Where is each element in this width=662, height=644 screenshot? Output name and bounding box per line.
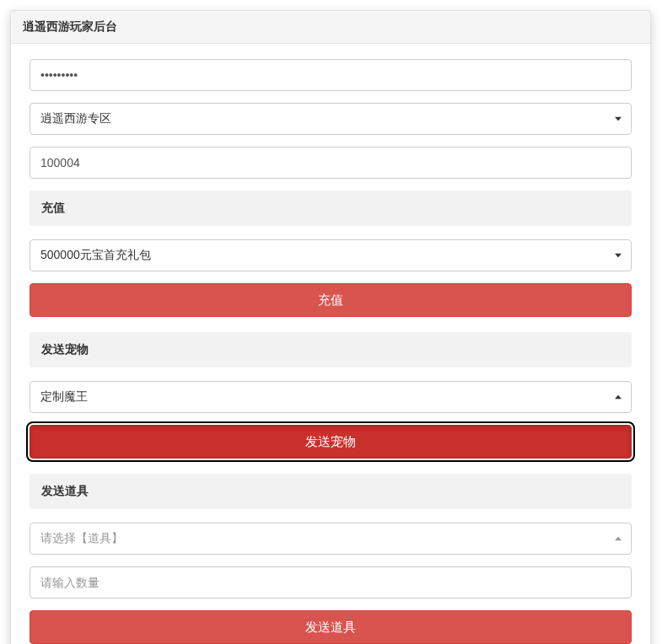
item-select-wrap: 请选择【道具】	[30, 523, 632, 555]
zone-select-label: 逍遥西游专区	[40, 111, 111, 126]
recharge-button[interactable]: 充值	[30, 283, 632, 317]
panel-title: 逍遥西游玩家后台	[11, 11, 650, 44]
zone-select[interactable]: 逍遥西游专区	[30, 103, 632, 135]
recharge-select-wrap: 500000元宝首充礼包	[30, 239, 632, 271]
password-field-wrap	[30, 59, 632, 91]
send-item-section-header: 发送道具	[30, 474, 632, 509]
player-id-input[interactable]	[30, 147, 632, 179]
quantity-input[interactable]	[30, 566, 632, 598]
pet-select-wrap: 定制魔王	[30, 381, 632, 413]
recharge-package-label: 500000元宝首充礼包	[40, 248, 151, 263]
item-select[interactable]: 请选择【道具】	[30, 523, 632, 555]
admin-panel: 逍遥西游玩家后台 逍遥西游专区 充值 500000元宝首充礼包	[10, 10, 651, 644]
panel-body: 逍遥西游专区 充值 500000元宝首充礼包 充值 发送宠物	[11, 44, 650, 644]
pet-select[interactable]: 定制魔王	[30, 381, 632, 413]
send-pet-button[interactable]: 发送宠物	[30, 425, 632, 459]
recharge-package-select[interactable]: 500000元宝首充礼包	[30, 239, 632, 271]
item-select-placeholder: 请选择【道具】	[40, 531, 123, 546]
pet-select-label: 定制魔王	[40, 389, 88, 405]
password-input[interactable]	[30, 59, 632, 91]
send-item-button[interactable]: 发送道具	[30, 610, 632, 644]
quantity-field-wrap	[30, 566, 632, 598]
player-id-field-wrap	[30, 147, 632, 179]
recharge-section-header: 充值	[30, 191, 632, 226]
zone-field-wrap: 逍遥西游专区	[30, 103, 632, 135]
send-pet-section-header: 发送宠物	[30, 332, 632, 368]
